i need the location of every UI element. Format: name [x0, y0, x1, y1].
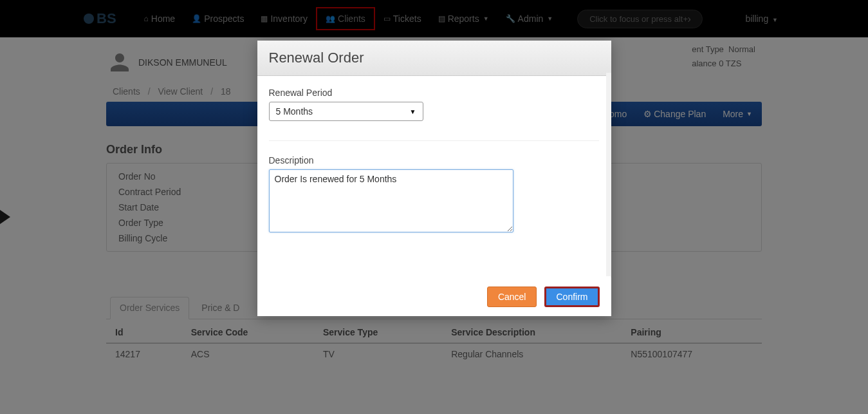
- modal-title: Renewal Order: [269, 50, 600, 66]
- renewal-period-label: Renewal Period: [269, 88, 599, 98]
- modal-overlay: Renewal Order Renewal Period 5 Months ▼ …: [0, 0, 868, 414]
- renewal-period-select-wrap: 5 Months ▼: [269, 102, 423, 121]
- modal-scrollbar[interactable]: [606, 73, 611, 276]
- modal-footer: Cancel Confirm: [257, 278, 611, 316]
- renewal-period-select[interactable]: 5 Months: [270, 102, 423, 120]
- cancel-button[interactable]: Cancel: [487, 287, 537, 307]
- modal-header: Renewal Order: [257, 41, 611, 76]
- renewal-order-modal: Renewal Order Renewal Period 5 Months ▼ …: [257, 41, 611, 316]
- confirm-button[interactable]: Confirm: [544, 287, 599, 307]
- divider: [269, 140, 599, 141]
- description-label: Description: [269, 155, 599, 165]
- description-textarea[interactable]: [269, 169, 513, 232]
- modal-body: Renewal Period 5 Months ▼ Description: [257, 76, 611, 278]
